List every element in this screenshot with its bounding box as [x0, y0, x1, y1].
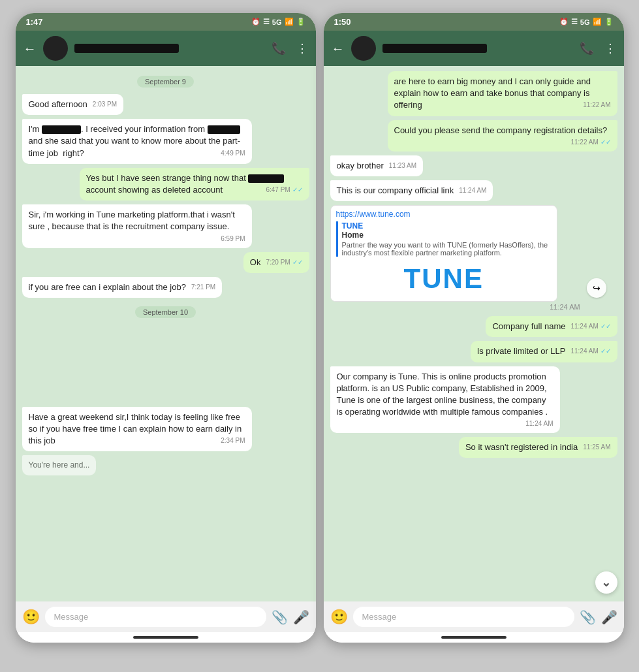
message-input-2[interactable]: Message: [353, 607, 574, 627]
redacted-name2: [208, 125, 240, 134]
signal-icon-2: 📶: [593, 18, 602, 26]
msg-time: 7:20 PM ✓✓: [266, 258, 302, 267]
tune-card-content: TUNE Home Partner the way you want to wi…: [336, 221, 552, 257]
call-icon-2[interactable]: 📞: [580, 41, 594, 56]
chat-input-bar-1: 🙂 Message 📎 🎤: [16, 601, 316, 632]
msg-time: 11:23 AM: [389, 161, 416, 170]
message-row-partial: You're here and...: [22, 455, 309, 475]
message-row: I'm . I received your information from a…: [22, 119, 309, 164]
scroll-down-button[interactable]: ⌄: [595, 571, 617, 594]
tune-url[interactable]: https://www.tune.com: [331, 206, 557, 219]
bubble-sent: Could you please send the company regist…: [388, 120, 617, 152]
mic-icon-2[interactable]: 🎤: [601, 609, 617, 625]
bubble-received: Sir, i'm working in Tune marketing platf…: [22, 204, 252, 248]
time-2: 1:50: [334, 17, 351, 27]
date-badge-sep9: September 9: [22, 75, 309, 88]
message-row: Have a great weekend sir,I think today i…: [22, 407, 309, 452]
message-row: Our company is Tune. This is online prod…: [330, 366, 617, 434]
date-badge-sep10: September 10: [22, 306, 309, 318]
message-input-1[interactable]: Message: [45, 607, 266, 627]
message-row: Benefits: 1) Flexible working time 1hour…: [22, 325, 309, 403]
bubble-sent: Company full name 11:24 AM ✓✓: [486, 316, 617, 337]
msg-time: 7:21 PM: [191, 283, 215, 292]
5g-icon: 5G: [272, 18, 282, 26]
bubble-received: I'm . I received your information from a…: [22, 119, 252, 164]
bubble-sent: Ok 7:20 PM ✓✓: [243, 252, 309, 273]
msg-text: okay brother: [337, 161, 384, 170]
status-icons-1: ⏰ ☰ 5G 📶 🔋: [251, 18, 305, 26]
contact-name-redacted-2: [382, 44, 487, 53]
emoji-icon-1[interactable]: 🙂: [22, 609, 40, 626]
tune-link-card: https://www.tune.com TUNE Home Partner t…: [330, 205, 557, 302]
time-1: 1:47: [26, 17, 43, 27]
message-row: if you are free can i explain about the …: [22, 277, 309, 298]
status-bar-2: 1:50 ⏰ ☰ 5G 📶 🔋: [324, 13, 624, 31]
home-bar-2: [324, 632, 624, 643]
attachment-icon-2[interactable]: 📎: [580, 609, 596, 625]
msg-text: Company full name: [492, 321, 565, 331]
contact-name-redacted-1: [74, 44, 179, 53]
msg-time: 11:25 AM: [583, 443, 610, 452]
message-row: Sir, i'm working in Tune marketing platf…: [22, 204, 309, 248]
chat-header-2: ← 📞 ⋮: [324, 31, 624, 66]
header-action-icons-1: 📞 ⋮: [272, 41, 308, 56]
msg-time: 11:24 AM: [459, 186, 486, 195]
message-row: This is our company official link 11:24 …: [330, 180, 617, 201]
header-action-icons-2: 📞 ⋮: [580, 41, 616, 56]
msg-text: if you are free can i explain about the …: [29, 282, 186, 292]
card-time: 11:24 AM: [330, 302, 583, 312]
signal-icon: 📶: [285, 18, 294, 26]
msg-time: 2:34 PM: [221, 436, 245, 445]
status-bar-1: 1:47 ⏰ ☰ 5G 📶 🔋: [16, 13, 316, 31]
msg-time: 6:47 PM ✓✓: [266, 185, 302, 195]
message-row: Could you please send the company regist…: [330, 120, 617, 152]
back-button-2[interactable]: ←: [332, 41, 345, 56]
tune-card-subtitle: Home: [342, 231, 552, 240]
msg-text: Our company is Tune. This is online prod…: [337, 372, 548, 417]
mic-icon-1[interactable]: 🎤: [293, 609, 309, 625]
message-row: Ok 7:20 PM ✓✓: [22, 252, 309, 273]
tune-card-wrapper: https://www.tune.com TUNE Home Partner t…: [330, 205, 583, 312]
forward-button[interactable]: ↪: [587, 278, 606, 298]
msg-text: This is our company official link: [337, 185, 454, 195]
back-button-1[interactable]: ←: [23, 41, 37, 56]
msg-time: 2:03 PM: [93, 100, 117, 109]
msg-text: Could you please send the company regist…: [394, 125, 608, 135]
alarm-icon: ⏰: [251, 18, 260, 26]
call-icon-1[interactable]: 📞: [272, 41, 286, 56]
msg-time: 11:22 AM ✓✓: [570, 138, 610, 147]
attachment-icon-1[interactable]: 📎: [272, 609, 288, 625]
bubble-received: Our company is Tune. This is online prod…: [330, 366, 560, 434]
phone-2: 1:50 ⏰ ☰ 5G 📶 🔋 ← 📞 ⋮: [324, 13, 624, 643]
network-icon-2: ☰: [571, 18, 578, 26]
msg-text: Good afternoon: [29, 99, 87, 109]
msg-text: Ok: [250, 257, 261, 267]
input-placeholder-1: Message: [54, 612, 89, 622]
bubble-sent: Yes but I have seen strange thing now th…: [80, 168, 309, 200]
menu-icon-2[interactable]: ⋮: [604, 41, 616, 56]
bubble-received: Good afternoon 2:03 PM: [22, 94, 124, 115]
msg-text: are here to earn big money and I can onl…: [394, 76, 591, 110]
header-info-1: [74, 44, 265, 53]
message-row-bottom-partial: So it wasn't registered in india 11:25 A…: [330, 437, 617, 458]
input-placeholder-2: Message: [362, 612, 397, 622]
battery-icon-2: 🔋: [604, 18, 614, 26]
chat-body-2: are here to earn big money and I can onl…: [324, 66, 624, 601]
bubble-sent-partial-bottom: So it wasn't registered in india 11:25 A…: [459, 437, 617, 458]
battery-icon: 🔋: [296, 18, 305, 26]
bubble-received: This is our company official link 11:24 …: [330, 180, 493, 201]
header-info-2: [382, 44, 573, 53]
msg-text-partial: You're here and...: [29, 460, 90, 470]
avatar-2: [351, 36, 376, 61]
menu-icon-1[interactable]: ⋮: [296, 41, 308, 56]
bubble-received: okay brother 11:23 AM: [330, 155, 424, 176]
chat-input-bar-2: 🙂 Message 📎 🎤: [324, 601, 624, 632]
tune-card-desc: Partner the way you want to with TUNE (f…: [342, 241, 552, 257]
redacted-name3: [248, 174, 284, 183]
msg-time: 11:24 AM ✓✓: [570, 347, 610, 356]
msg-text: Yes but I have seen strange thing now th…: [86, 173, 285, 195]
emoji-icon-2[interactable]: 🙂: [330, 609, 348, 626]
msg-text: Sir, i'm working in Tune marketing platf…: [29, 210, 235, 231]
message-row-tune-card: https://www.tune.com TUNE Home Partner t…: [330, 205, 617, 312]
msg-time: 4:49 PM: [221, 149, 245, 158]
